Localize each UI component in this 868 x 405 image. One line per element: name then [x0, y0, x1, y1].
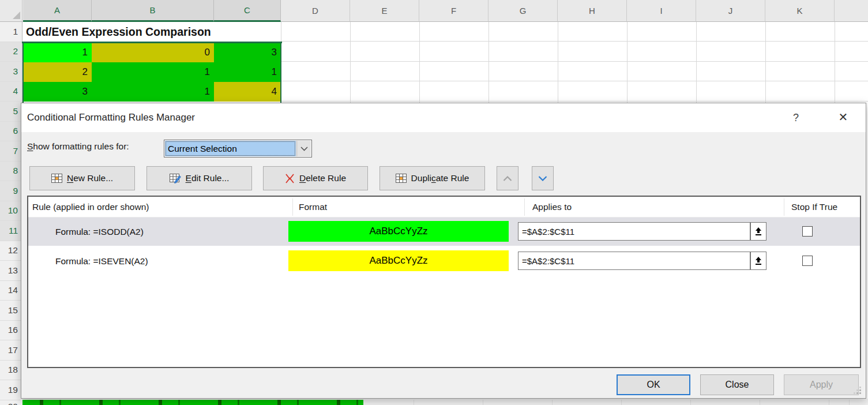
chevron-down-icon[interactable] — [296, 141, 311, 156]
rule-row[interactable]: Formula: =ISODD(A2) AaBbCcYyZz — [28, 217, 860, 246]
edit-rule-button[interactable]: Edit Rule... — [146, 166, 252, 190]
row-header-12[interactable]: 12 — [0, 241, 22, 261]
cf-rules-manager-dialog: Conditional Formatting Rules Manager ? ✕… — [21, 103, 866, 399]
close-button[interactable]: Close — [700, 374, 774, 395]
delete-rule-label: Delete Rule — [299, 173, 346, 183]
table-pencil-icon — [170, 174, 181, 183]
ok-button[interactable]: OK — [617, 374, 690, 395]
cell-c3[interactable]: 1 — [214, 62, 281, 82]
collapse-dialog-icon — [754, 227, 762, 236]
column-header-h[interactable]: H — [558, 0, 627, 22]
range-picker-button[interactable] — [750, 252, 766, 270]
excel-window: ABCDEFGHIJK 1234567891011121314151617181… — [0, 0, 868, 405]
cell-a2[interactable]: 1 — [23, 43, 92, 62]
scope-dropdown-value: Current Selection — [165, 141, 296, 156]
help-button[interactable]: ? — [787, 103, 805, 132]
row-header-15[interactable]: 15 — [0, 301, 22, 321]
format-preview: AaBbCcYyZz — [288, 221, 509, 242]
cell-c2[interactable]: 3 — [214, 43, 281, 62]
gridlines — [281, 22, 868, 103]
dialog-titlebar: Conditional Formatting Rules Manager ? ✕ — [21, 103, 866, 132]
row-header-9[interactable]: 9 — [0, 181, 22, 201]
row-header-20[interactable]: 20 — [0, 400, 22, 405]
row-header-8[interactable]: 8 — [0, 162, 22, 182]
column-header-i[interactable]: I — [627, 0, 696, 22]
corner-triangle-icon — [13, 12, 20, 19]
column-separator — [292, 198, 293, 216]
column-header-d[interactable]: D — [281, 0, 350, 22]
column-header-k[interactable]: K — [765, 0, 835, 22]
row-header-4[interactable]: 4 — [0, 82, 22, 102]
selection-border-right — [280, 42, 282, 103]
rule-row[interactable]: Formula: =ISEVEN(A2) AaBbCcYyZz — [28, 247, 860, 275]
row-header-10[interactable]: 10 — [0, 201, 22, 222]
select-all-corner[interactable] — [0, 0, 22, 22]
red-x-icon — [285, 174, 295, 183]
rules-list-header: Rule (applied in order shown) Format App… — [28, 197, 860, 217]
row20-empty-cells — [363, 400, 868, 405]
row-header-3[interactable]: 3 — [0, 62, 22, 82]
range-picker-button[interactable] — [750, 222, 766, 241]
column-header-g[interactable]: G — [489, 0, 558, 22]
selection-border-left — [22, 42, 24, 103]
col-header-stop: Stop If True — [791, 197, 837, 217]
format-preview: AaBbCcYyZz — [288, 250, 509, 271]
new-rule-label: New Rule... — [67, 173, 113, 183]
dialog-title: Conditional Formatting Rules Manager — [27, 103, 195, 132]
row-header-17[interactable]: 17 — [0, 340, 22, 361]
row-header-7[interactable]: 7 — [0, 141, 22, 162]
cell-a3[interactable]: 2 — [23, 62, 92, 82]
cell-a4[interactable]: 3 — [23, 82, 92, 102]
cell-a1-title[interactable]: Odd/Even Expression Comparison — [23, 22, 281, 42]
move-rule-down-button[interactable] — [532, 166, 554, 190]
apply-button[interactable]: Apply — [784, 374, 859, 395]
selection-border-top — [22, 42, 282, 43]
row-header-18[interactable]: 18 — [0, 361, 22, 381]
row-header-5[interactable]: 5 — [0, 102, 22, 122]
duplicate-rule-label: Duplicate Rule — [411, 173, 469, 183]
cell-b3[interactable]: 1 — [92, 62, 214, 82]
col-header-applies: Applies to — [532, 197, 572, 217]
column-header-a[interactable]: A — [23, 0, 92, 22]
column-header-c[interactable]: C — [214, 0, 281, 22]
cell-b4[interactable]: 1 — [92, 82, 214, 102]
row-header-13[interactable]: 13 — [0, 261, 22, 281]
applies-to-input[interactable] — [518, 252, 750, 270]
cell-c4[interactable]: 4 — [214, 82, 281, 102]
chevron-down-icon — [538, 176, 547, 181]
applies-to-input[interactable] — [518, 222, 750, 241]
stop-if-true-checkbox[interactable] — [802, 226, 813, 237]
new-rule-button[interactable]: New Rule... — [29, 166, 135, 190]
duplicate-rule-button[interactable]: Duplicate Rule — [379, 166, 485, 190]
stop-if-true-checkbox[interactable] — [802, 256, 813, 266]
cell-b2[interactable]: 0 — [92, 43, 214, 62]
column-header-e[interactable]: E — [350, 0, 419, 22]
row-header-2[interactable]: 2 — [0, 42, 22, 62]
column-header-f[interactable]: F — [419, 0, 489, 22]
edit-rule-label: Edit Rule... — [186, 173, 230, 183]
row-header-16[interactable]: 16 — [0, 321, 22, 341]
column-separator — [784, 198, 784, 216]
collapse-dialog-icon — [754, 257, 762, 265]
col-header-format: Format — [299, 197, 327, 217]
row-header-6[interactable]: 6 — [0, 122, 22, 142]
column-header-j[interactable]: J — [696, 0, 765, 22]
table-icon — [396, 174, 407, 183]
scope-dropdown[interactable]: Current Selection — [164, 140, 312, 158]
chevron-up-icon — [503, 176, 512, 181]
row-header-14[interactable]: 14 — [0, 281, 22, 301]
show-rules-label: Show formatting rules for: — [27, 141, 129, 152]
row-header-19[interactable]: 19 — [0, 380, 22, 400]
rules-list: Rule (applied in order shown) Format App… — [27, 196, 861, 368]
dialog-close-button[interactable]: ✕ — [833, 103, 853, 132]
row-header-1[interactable]: 1 — [0, 22, 22, 42]
rule-description: Formula: =ISEVEN(A2) — [55, 247, 148, 275]
column-header-b[interactable]: B — [92, 0, 214, 22]
resize-grip[interactable] — [854, 387, 862, 395]
row-header-11[interactable]: 11 — [0, 221, 22, 241]
table-icon — [51, 174, 62, 183]
delete-rule-button[interactable]: Delete Rule — [263, 166, 368, 190]
move-rule-up-button[interactable] — [497, 166, 518, 190]
row20-formatted-cells — [22, 400, 363, 405]
col-header-rule: Rule (applied in order shown) — [32, 197, 149, 217]
